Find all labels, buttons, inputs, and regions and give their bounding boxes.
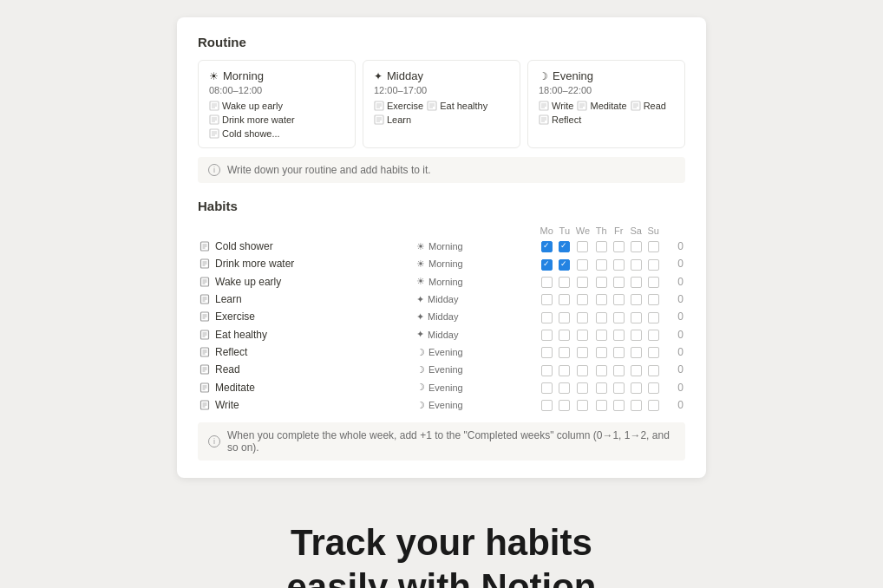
- unchecked-checkbox[interactable]: [596, 294, 607, 305]
- unchecked-checkbox[interactable]: [596, 365, 607, 376]
- unchecked-checkbox[interactable]: [648, 259, 659, 271]
- unchecked-checkbox[interactable]: [596, 347, 607, 358]
- unchecked-checkbox[interactable]: [541, 277, 553, 288]
- unchecked-checkbox[interactable]: [541, 382, 553, 394]
- unchecked-checkbox[interactable]: [541, 312, 553, 323]
- habit-3-check-1[interactable]: [556, 291, 573, 308]
- habit-6-check-2[interactable]: [573, 343, 592, 361]
- habit-5-check-5[interactable]: [627, 326, 644, 343]
- habit-0-check-2[interactable]: [573, 238, 592, 255]
- unchecked-checkbox[interactable]: [577, 277, 588, 288]
- unchecked-checkbox[interactable]: [648, 312, 659, 323]
- unchecked-checkbox[interactable]: [613, 277, 625, 288]
- unchecked-checkbox[interactable]: [577, 294, 588, 305]
- unchecked-checkbox[interactable]: [648, 382, 659, 394]
- habit-4-check-5[interactable]: [627, 308, 644, 325]
- habit-9-check-6[interactable]: [644, 396, 662, 414]
- habit-8-check-0[interactable]: [538, 379, 556, 396]
- habit-6-check-5[interactable]: [627, 343, 644, 361]
- checked-checkbox[interactable]: [559, 241, 570, 252]
- habit-8-check-4[interactable]: [610, 379, 627, 396]
- habit-6-check-4[interactable]: [610, 343, 627, 361]
- checked-checkbox[interactable]: [541, 259, 553, 271]
- unchecked-checkbox[interactable]: [577, 382, 588, 394]
- unchecked-checkbox[interactable]: [577, 347, 588, 358]
- unchecked-checkbox[interactable]: [613, 312, 625, 323]
- unchecked-checkbox[interactable]: [577, 330, 588, 341]
- habit-3-check-0[interactable]: [538, 291, 556, 308]
- habit-9-check-4[interactable]: [610, 396, 627, 414]
- unchecked-checkbox[interactable]: [541, 400, 553, 411]
- habit-2-check-2[interactable]: [573, 273, 592, 291]
- habit-7-check-1[interactable]: [556, 361, 573, 378]
- habit-5-check-4[interactable]: [610, 326, 627, 343]
- habit-7-check-5[interactable]: [627, 361, 644, 378]
- unchecked-checkbox[interactable]: [596, 312, 607, 323]
- habit-9-check-0[interactable]: [538, 396, 556, 414]
- habit-9-check-1[interactable]: [556, 396, 573, 414]
- habit-2-check-4[interactable]: [610, 273, 627, 291]
- unchecked-checkbox[interactable]: [631, 241, 642, 252]
- habit-5-check-3[interactable]: [592, 326, 610, 343]
- unchecked-checkbox[interactable]: [559, 365, 570, 376]
- habit-2-check-3[interactable]: [592, 273, 610, 291]
- habit-3-check-2[interactable]: [573, 291, 592, 308]
- habit-2-check-5[interactable]: [627, 273, 644, 291]
- habit-8-check-5[interactable]: [627, 379, 644, 396]
- unchecked-checkbox[interactable]: [648, 277, 659, 288]
- habit-0-check-4[interactable]: [610, 238, 627, 255]
- unchecked-checkbox[interactable]: [541, 365, 553, 376]
- unchecked-checkbox[interactable]: [559, 330, 570, 341]
- unchecked-checkbox[interactable]: [648, 400, 659, 411]
- unchecked-checkbox[interactable]: [577, 241, 588, 252]
- unchecked-checkbox[interactable]: [613, 241, 625, 252]
- habit-7-check-6[interactable]: [644, 361, 662, 378]
- unchecked-checkbox[interactable]: [559, 277, 570, 288]
- unchecked-checkbox[interactable]: [559, 347, 570, 358]
- checked-checkbox[interactable]: [559, 259, 570, 271]
- unchecked-checkbox[interactable]: [648, 294, 659, 305]
- habit-3-check-6[interactable]: [644, 291, 662, 308]
- unchecked-checkbox[interactable]: [613, 400, 625, 411]
- unchecked-checkbox[interactable]: [613, 259, 625, 271]
- unchecked-checkbox[interactable]: [541, 347, 553, 358]
- unchecked-checkbox[interactable]: [577, 259, 588, 271]
- unchecked-checkbox[interactable]: [631, 294, 642, 305]
- unchecked-checkbox[interactable]: [648, 347, 659, 358]
- unchecked-checkbox[interactable]: [596, 382, 607, 394]
- habit-1-check-2[interactable]: [573, 255, 592, 272]
- habit-7-check-2[interactable]: [573, 361, 592, 378]
- habit-8-check-2[interactable]: [573, 379, 592, 396]
- habit-3-check-3[interactable]: [592, 291, 610, 308]
- unchecked-checkbox[interactable]: [631, 312, 642, 323]
- unchecked-checkbox[interactable]: [559, 382, 570, 394]
- unchecked-checkbox[interactable]: [577, 312, 588, 323]
- habit-4-check-4[interactable]: [610, 308, 627, 325]
- unchecked-checkbox[interactable]: [613, 365, 625, 376]
- unchecked-checkbox[interactable]: [559, 312, 570, 323]
- unchecked-checkbox[interactable]: [577, 365, 588, 376]
- habit-0-check-0[interactable]: [538, 238, 556, 255]
- habit-6-check-6[interactable]: [644, 343, 662, 361]
- habit-3-check-5[interactable]: [627, 291, 644, 308]
- habit-7-check-3[interactable]: [592, 361, 610, 378]
- habit-8-check-3[interactable]: [592, 379, 610, 396]
- habit-5-check-6[interactable]: [644, 326, 662, 343]
- habit-4-check-0[interactable]: [538, 308, 556, 325]
- unchecked-checkbox[interactable]: [577, 400, 588, 411]
- habit-4-check-1[interactable]: [556, 308, 573, 325]
- habit-3-check-4[interactable]: [610, 291, 627, 308]
- habit-5-check-1[interactable]: [556, 326, 573, 343]
- habit-2-check-6[interactable]: [644, 273, 662, 291]
- habit-8-check-6[interactable]: [644, 379, 662, 396]
- unchecked-checkbox[interactable]: [596, 277, 607, 288]
- unchecked-checkbox[interactable]: [613, 347, 625, 358]
- unchecked-checkbox[interactable]: [559, 400, 570, 411]
- habit-2-check-1[interactable]: [556, 273, 573, 291]
- habit-2-check-0[interactable]: [538, 273, 556, 291]
- habit-9-check-3[interactable]: [592, 396, 610, 414]
- habit-1-check-4[interactable]: [610, 255, 627, 272]
- unchecked-checkbox[interactable]: [596, 259, 607, 271]
- habit-0-check-1[interactable]: [556, 238, 573, 255]
- unchecked-checkbox[interactable]: [613, 382, 625, 394]
